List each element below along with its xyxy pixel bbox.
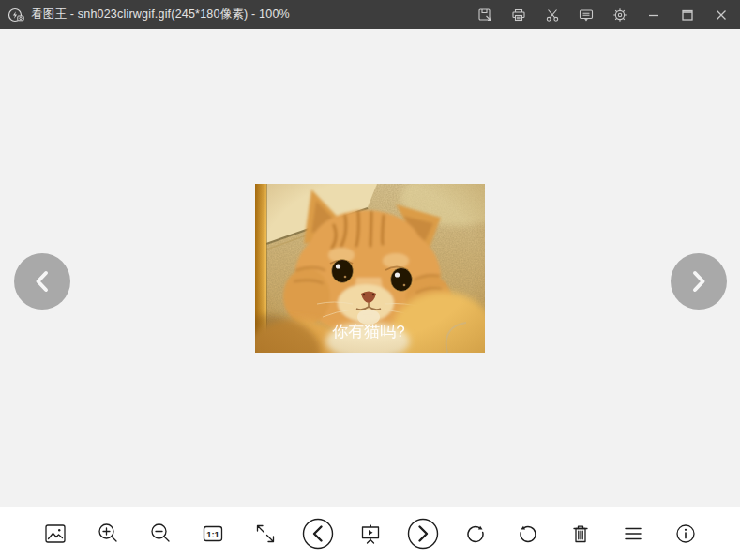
titlebar-actions	[468, 0, 740, 29]
chevron-right-circle-icon	[407, 518, 439, 550]
info-button[interactable]	[659, 507, 712, 560]
image-canvas: 你有猫吗?	[255, 184, 485, 353]
zoom-out-button[interactable]	[134, 507, 187, 560]
hamburger-icon	[621, 522, 645, 546]
scissors-icon	[545, 8, 560, 23]
chevron-left-icon	[31, 268, 53, 295]
expand-arrows-icon	[253, 522, 278, 546]
titlebar: 看图王 - snh023clirwgif.gif(245*180像素) - 10…	[0, 0, 740, 29]
settings-button[interactable]	[603, 0, 637, 29]
browse-images-button[interactable]	[29, 507, 82, 560]
minimize-button[interactable]	[637, 0, 671, 29]
picture-icon	[43, 522, 68, 546]
save-button[interactable]	[468, 0, 502, 29]
screenshot-cut-button[interactable]	[536, 0, 569, 29]
slideshow-button[interactable]	[344, 507, 397, 560]
chevron-right-icon	[687, 268, 710, 295]
bottom-toolbar: 1:1	[0, 507, 740, 560]
image-caption: 你有猫吗?	[331, 323, 404, 341]
print-button[interactable]	[502, 0, 536, 29]
close-icon	[714, 8, 729, 23]
info-circle-icon	[673, 522, 698, 546]
fit-expand-button[interactable]	[239, 507, 292, 560]
app-window: 看图王 - snh023clirwgif.gif(245*180像素) - 10…	[0, 0, 740, 560]
zoom-in-button[interactable]	[82, 507, 134, 560]
rotate-cw-icon	[463, 522, 488, 546]
next-image-button[interactable]	[397, 507, 449, 560]
print-icon	[511, 8, 526, 23]
rotate-counterclockwise-button[interactable]	[502, 507, 554, 560]
prev-image-overlay-button[interactable]	[14, 253, 70, 310]
maximize-icon	[680, 8, 695, 23]
app-logo-icon	[8, 7, 25, 23]
trash-icon	[568, 522, 593, 546]
next-image-overlay-button[interactable]	[671, 253, 727, 310]
previous-image-button[interactable]	[292, 507, 344, 560]
viewer-area: 你有猫吗?	[0, 29, 740, 507]
maximize-button[interactable]	[671, 0, 704, 29]
actual-size-button[interactable]: 1:1	[187, 507, 239, 560]
window-title: 看图王 - snh023clirwgif.gif(245*180像素) - 10…	[31, 7, 290, 23]
rotate-ccw-icon	[516, 522, 540, 546]
more-menu-button[interactable]	[607, 507, 659, 560]
chevron-left-circle-icon	[302, 518, 334, 550]
feedback-button[interactable]	[569, 0, 603, 29]
magnifier-minus-icon	[148, 522, 173, 546]
save-icon	[477, 8, 492, 23]
presentation-play-icon	[358, 522, 383, 546]
delete-button[interactable]	[554, 507, 607, 560]
rotate-clockwise-button[interactable]	[449, 507, 502, 560]
magnifier-plus-icon	[96, 522, 120, 546]
minimize-icon	[646, 8, 661, 23]
gear-icon	[612, 8, 627, 23]
one-to-one-icon: 1:1	[201, 522, 225, 546]
svg-text:1:1: 1:1	[206, 529, 219, 539]
close-button[interactable]	[704, 0, 738, 29]
comment-icon	[579, 8, 594, 23]
cat-photo: 你有猫吗?	[255, 184, 485, 353]
